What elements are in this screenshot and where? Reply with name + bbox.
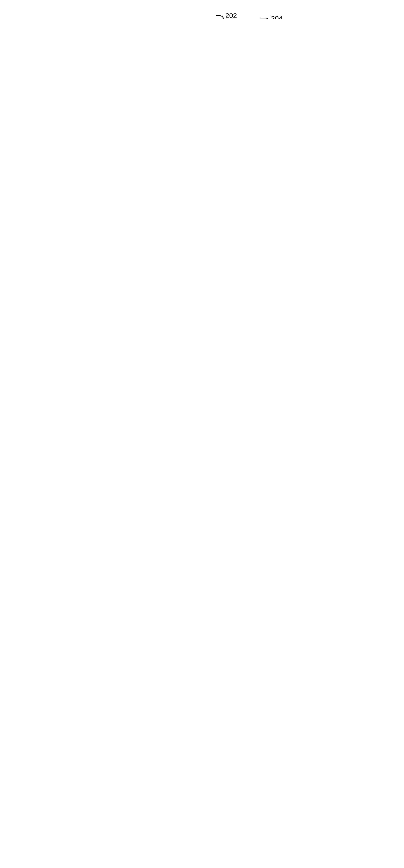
label-202: 202: [226, 12, 237, 19]
hook-204: [260, 18, 269, 19]
hook-202: [216, 16, 224, 19]
label-204: 204: [271, 14, 283, 19]
